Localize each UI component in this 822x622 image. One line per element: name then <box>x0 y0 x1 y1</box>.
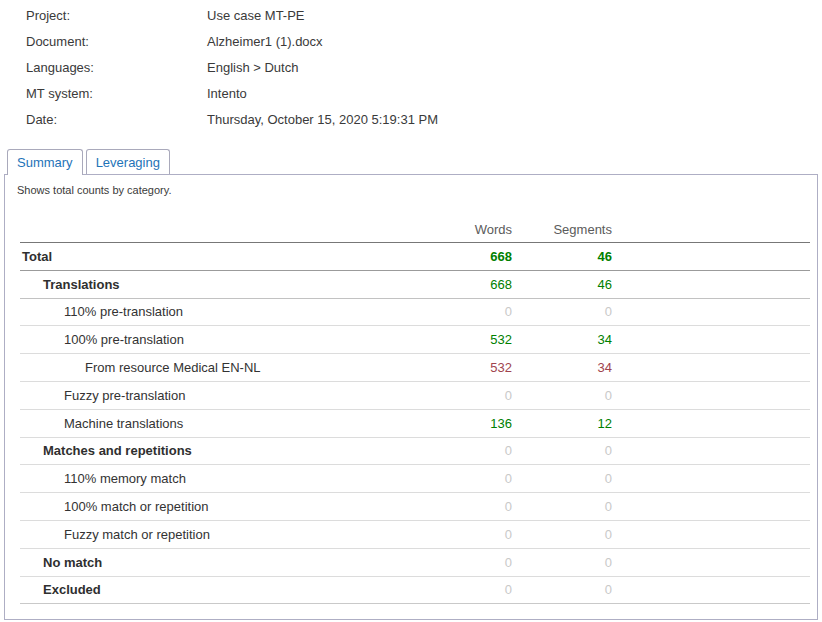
row-segments-value: 0 <box>512 304 612 319</box>
row-category-label: Translations <box>20 277 412 292</box>
row-category-label: Excluded <box>20 582 412 597</box>
table-row: Machine translations13612 <box>20 410 810 438</box>
info-value: English > Dutch <box>207 60 822 75</box>
info-value: Use case MT-PE <box>207 8 822 23</box>
row-segments-value: 12 <box>512 416 612 431</box>
row-category-label: 100% match or repetition <box>20 499 412 514</box>
row-words-value: 0 <box>412 527 512 542</box>
row-words-value: 0 <box>412 443 512 458</box>
row-segments-value: 0 <box>512 388 612 403</box>
info-row: Date:Thursday, October 15, 2020 5:19:31 … <box>26 112 822 138</box>
row-words-value: 0 <box>412 555 512 570</box>
row-segments-value: 0 <box>512 527 612 542</box>
summary-panel: Shows total counts by category. Words Se… <box>4 174 818 620</box>
header-segments-column: Segments <box>512 222 612 237</box>
info-value: Thursday, October 15, 2020 5:19:31 PM <box>207 112 822 127</box>
table-row: Fuzzy match or repetition00 <box>20 521 810 549</box>
row-segments-value: 46 <box>512 277 612 292</box>
row-category-label: 110% pre-translation <box>20 304 412 319</box>
table-row: From resource Medical EN-NL53234 <box>20 354 810 382</box>
row-words-value: 0 <box>412 471 512 486</box>
info-label: Document: <box>26 34 207 49</box>
row-words-value: 0 <box>412 582 512 597</box>
table-row: No match00 <box>20 549 810 577</box>
info-row: MT system:Intento <box>26 86 822 112</box>
table-row: 100% pre-translation53234 <box>20 326 810 354</box>
table-row: 110% pre-translation00 <box>20 299 810 327</box>
row-words-value: 668 <box>412 277 512 292</box>
row-category-label: From resource Medical EN-NL <box>20 360 412 375</box>
row-category-label: Fuzzy match or repetition <box>20 527 412 542</box>
row-segments-value: 34 <box>512 332 612 347</box>
tabs: SummaryLeveraging <box>7 149 822 174</box>
row-words-value: 532 <box>412 360 512 375</box>
row-words-value: 532 <box>412 332 512 347</box>
row-segments-value: 0 <box>512 582 612 597</box>
header-words-column: Words <box>412 222 512 237</box>
row-category-label: Fuzzy pre-translation <box>20 388 412 403</box>
table-row: 110% memory match00 <box>20 465 810 493</box>
table-row: Translations66846 <box>20 271 810 299</box>
row-category-label: 110% memory match <box>20 471 412 486</box>
report-info: Project:Use case MT-PEDocument:Alzheimer… <box>0 0 822 138</box>
row-segments-value: 0 <box>512 499 612 514</box>
row-segments-value: 34 <box>512 360 612 375</box>
row-category-label: No match <box>20 555 412 570</box>
info-label: Project: <box>26 8 207 23</box>
row-words-value: 136 <box>412 416 512 431</box>
row-category-label: Matches and repetitions <box>20 443 412 458</box>
info-label: MT system: <box>26 86 207 101</box>
table-body: Total66846Translations66846110% pre-tran… <box>20 243 810 604</box>
table-row: Excluded00 <box>20 577 810 605</box>
table-row: Fuzzy pre-translation00 <box>20 382 810 410</box>
tab-leveraging[interactable]: Leveraging <box>86 149 170 174</box>
tab-summary[interactable]: Summary <box>7 149 83 175</box>
info-row: Document:Alzheimer1 (1).docx <box>26 34 822 60</box>
table-header: Words Segments <box>20 217 810 243</box>
panel-description: Shows total counts by category. <box>5 175 817 196</box>
table-row: Total66846 <box>20 243 810 271</box>
row-words-value: 0 <box>412 388 512 403</box>
info-row: Project:Use case MT-PE <box>26 8 822 34</box>
info-value: Alzheimer1 (1).docx <box>207 34 822 49</box>
row-segments-value: 46 <box>512 249 612 264</box>
row-category-label: 100% pre-translation <box>20 332 412 347</box>
table-row: Matches and repetitions00 <box>20 438 810 466</box>
info-value: Intento <box>207 86 822 101</box>
counts-table: Words Segments Total66846Translations668… <box>20 217 810 604</box>
row-segments-value: 0 <box>512 471 612 486</box>
row-category-label: Machine translations <box>20 416 412 431</box>
info-label: Languages: <box>26 60 207 75</box>
info-row: Languages:English > Dutch <box>26 60 822 86</box>
row-words-value: 0 <box>412 499 512 514</box>
row-words-value: 0 <box>412 304 512 319</box>
row-words-value: 668 <box>412 249 512 264</box>
row-category-label: Total <box>20 249 412 264</box>
row-segments-value: 0 <box>512 443 612 458</box>
row-segments-value: 0 <box>512 555 612 570</box>
table-row: 100% match or repetition00 <box>20 493 810 521</box>
info-label: Date: <box>26 112 207 127</box>
